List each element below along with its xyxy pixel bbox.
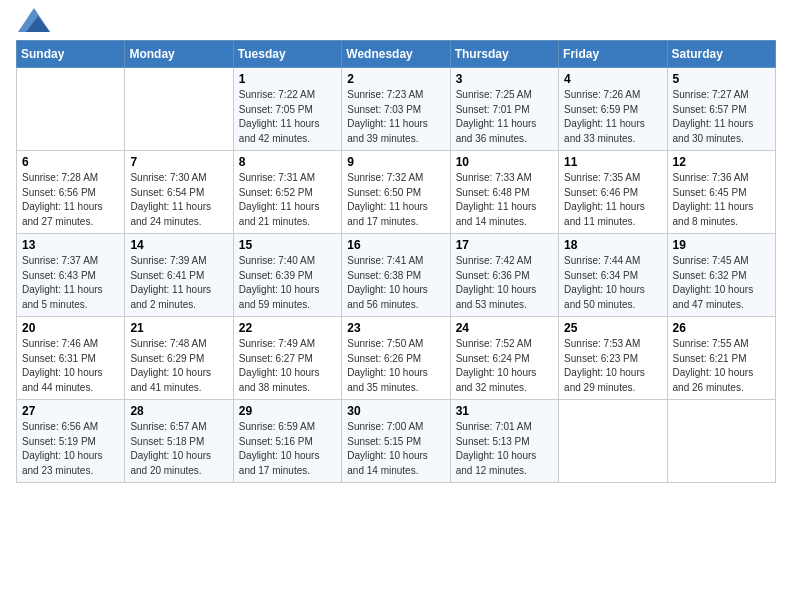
- calendar-header-row: SundayMondayTuesdayWednesdayThursdayFrid…: [17, 41, 776, 68]
- column-header-thursday: Thursday: [450, 41, 558, 68]
- calendar-cell: 10Sunrise: 7:33 AM Sunset: 6:48 PM Dayli…: [450, 151, 558, 234]
- calendar-cell: 5Sunrise: 7:27 AM Sunset: 6:57 PM Daylig…: [667, 68, 775, 151]
- calendar-week-3: 13Sunrise: 7:37 AM Sunset: 6:43 PM Dayli…: [17, 234, 776, 317]
- calendar-cell: 20Sunrise: 7:46 AM Sunset: 6:31 PM Dayli…: [17, 317, 125, 400]
- calendar-cell: 30Sunrise: 7:00 AM Sunset: 5:15 PM Dayli…: [342, 400, 450, 483]
- calendar-cell: 11Sunrise: 7:35 AM Sunset: 6:46 PM Dayli…: [559, 151, 667, 234]
- calendar-cell: 22Sunrise: 7:49 AM Sunset: 6:27 PM Dayli…: [233, 317, 341, 400]
- logo: [16, 16, 50, 32]
- calendar-cell: 14Sunrise: 7:39 AM Sunset: 6:41 PM Dayli…: [125, 234, 233, 317]
- day-number: 18: [564, 238, 661, 252]
- logo-icon: [18, 8, 50, 32]
- day-info: Sunrise: 7:37 AM Sunset: 6:43 PM Dayligh…: [22, 254, 119, 312]
- calendar-cell: 1Sunrise: 7:22 AM Sunset: 7:05 PM Daylig…: [233, 68, 341, 151]
- day-info: Sunrise: 7:39 AM Sunset: 6:41 PM Dayligh…: [130, 254, 227, 312]
- calendar-cell: 13Sunrise: 7:37 AM Sunset: 6:43 PM Dayli…: [17, 234, 125, 317]
- day-number: 14: [130, 238, 227, 252]
- day-info: Sunrise: 7:25 AM Sunset: 7:01 PM Dayligh…: [456, 88, 553, 146]
- day-info: Sunrise: 7:48 AM Sunset: 6:29 PM Dayligh…: [130, 337, 227, 395]
- column-header-wednesday: Wednesday: [342, 41, 450, 68]
- day-number: 29: [239, 404, 336, 418]
- calendar-cell: 16Sunrise: 7:41 AM Sunset: 6:38 PM Dayli…: [342, 234, 450, 317]
- calendar-cell: [559, 400, 667, 483]
- column-header-tuesday: Tuesday: [233, 41, 341, 68]
- column-header-monday: Monday: [125, 41, 233, 68]
- day-number: 16: [347, 238, 444, 252]
- calendar-cell: [17, 68, 125, 151]
- day-info: Sunrise: 7:31 AM Sunset: 6:52 PM Dayligh…: [239, 171, 336, 229]
- day-info: Sunrise: 7:44 AM Sunset: 6:34 PM Dayligh…: [564, 254, 661, 312]
- day-number: 8: [239, 155, 336, 169]
- calendar-week-1: 1Sunrise: 7:22 AM Sunset: 7:05 PM Daylig…: [17, 68, 776, 151]
- day-info: Sunrise: 7:52 AM Sunset: 6:24 PM Dayligh…: [456, 337, 553, 395]
- day-info: Sunrise: 7:28 AM Sunset: 6:56 PM Dayligh…: [22, 171, 119, 229]
- day-number: 27: [22, 404, 119, 418]
- calendar-table: SundayMondayTuesdayWednesdayThursdayFrid…: [16, 40, 776, 483]
- day-info: Sunrise: 7:30 AM Sunset: 6:54 PM Dayligh…: [130, 171, 227, 229]
- day-info: Sunrise: 7:23 AM Sunset: 7:03 PM Dayligh…: [347, 88, 444, 146]
- day-number: 1: [239, 72, 336, 86]
- day-info: Sunrise: 7:01 AM Sunset: 5:13 PM Dayligh…: [456, 420, 553, 478]
- day-info: Sunrise: 7:49 AM Sunset: 6:27 PM Dayligh…: [239, 337, 336, 395]
- calendar-cell: 23Sunrise: 7:50 AM Sunset: 6:26 PM Dayli…: [342, 317, 450, 400]
- day-info: Sunrise: 7:53 AM Sunset: 6:23 PM Dayligh…: [564, 337, 661, 395]
- calendar-cell: 4Sunrise: 7:26 AM Sunset: 6:59 PM Daylig…: [559, 68, 667, 151]
- day-info: Sunrise: 6:56 AM Sunset: 5:19 PM Dayligh…: [22, 420, 119, 478]
- day-number: 20: [22, 321, 119, 335]
- calendar-cell: 26Sunrise: 7:55 AM Sunset: 6:21 PM Dayli…: [667, 317, 775, 400]
- day-number: 23: [347, 321, 444, 335]
- day-info: Sunrise: 7:26 AM Sunset: 6:59 PM Dayligh…: [564, 88, 661, 146]
- calendar-cell: 19Sunrise: 7:45 AM Sunset: 6:32 PM Dayli…: [667, 234, 775, 317]
- calendar-cell: 25Sunrise: 7:53 AM Sunset: 6:23 PM Dayli…: [559, 317, 667, 400]
- day-info: Sunrise: 6:59 AM Sunset: 5:16 PM Dayligh…: [239, 420, 336, 478]
- day-number: 10: [456, 155, 553, 169]
- day-number: 19: [673, 238, 770, 252]
- calendar-cell: 27Sunrise: 6:56 AM Sunset: 5:19 PM Dayli…: [17, 400, 125, 483]
- day-number: 26: [673, 321, 770, 335]
- calendar-cell: 6Sunrise: 7:28 AM Sunset: 6:56 PM Daylig…: [17, 151, 125, 234]
- day-number: 30: [347, 404, 444, 418]
- day-number: 6: [22, 155, 119, 169]
- day-number: 11: [564, 155, 661, 169]
- calendar-cell: 12Sunrise: 7:36 AM Sunset: 6:45 PM Dayli…: [667, 151, 775, 234]
- calendar-week-5: 27Sunrise: 6:56 AM Sunset: 5:19 PM Dayli…: [17, 400, 776, 483]
- calendar-cell: 24Sunrise: 7:52 AM Sunset: 6:24 PM Dayli…: [450, 317, 558, 400]
- day-number: 4: [564, 72, 661, 86]
- calendar-cell: 15Sunrise: 7:40 AM Sunset: 6:39 PM Dayli…: [233, 234, 341, 317]
- calendar-cell: 29Sunrise: 6:59 AM Sunset: 5:16 PM Dayli…: [233, 400, 341, 483]
- calendar-cell: 2Sunrise: 7:23 AM Sunset: 7:03 PM Daylig…: [342, 68, 450, 151]
- day-info: Sunrise: 7:36 AM Sunset: 6:45 PM Dayligh…: [673, 171, 770, 229]
- calendar-cell: 3Sunrise: 7:25 AM Sunset: 7:01 PM Daylig…: [450, 68, 558, 151]
- calendar-cell: 8Sunrise: 7:31 AM Sunset: 6:52 PM Daylig…: [233, 151, 341, 234]
- day-info: Sunrise: 6:57 AM Sunset: 5:18 PM Dayligh…: [130, 420, 227, 478]
- calendar-cell: 21Sunrise: 7:48 AM Sunset: 6:29 PM Dayli…: [125, 317, 233, 400]
- calendar-cell: [125, 68, 233, 151]
- day-number: 5: [673, 72, 770, 86]
- calendar-week-2: 6Sunrise: 7:28 AM Sunset: 6:56 PM Daylig…: [17, 151, 776, 234]
- day-number: 15: [239, 238, 336, 252]
- day-number: 12: [673, 155, 770, 169]
- day-number: 25: [564, 321, 661, 335]
- page-header: [16, 16, 776, 32]
- day-info: Sunrise: 7:55 AM Sunset: 6:21 PM Dayligh…: [673, 337, 770, 395]
- calendar-cell: 17Sunrise: 7:42 AM Sunset: 6:36 PM Dayli…: [450, 234, 558, 317]
- day-number: 13: [22, 238, 119, 252]
- day-number: 17: [456, 238, 553, 252]
- day-info: Sunrise: 7:35 AM Sunset: 6:46 PM Dayligh…: [564, 171, 661, 229]
- day-number: 21: [130, 321, 227, 335]
- calendar-week-4: 20Sunrise: 7:46 AM Sunset: 6:31 PM Dayli…: [17, 317, 776, 400]
- day-info: Sunrise: 7:22 AM Sunset: 7:05 PM Dayligh…: [239, 88, 336, 146]
- day-number: 9: [347, 155, 444, 169]
- day-info: Sunrise: 7:46 AM Sunset: 6:31 PM Dayligh…: [22, 337, 119, 395]
- day-number: 24: [456, 321, 553, 335]
- day-info: Sunrise: 7:27 AM Sunset: 6:57 PM Dayligh…: [673, 88, 770, 146]
- column-header-sunday: Sunday: [17, 41, 125, 68]
- day-info: Sunrise: 7:42 AM Sunset: 6:36 PM Dayligh…: [456, 254, 553, 312]
- day-info: Sunrise: 7:33 AM Sunset: 6:48 PM Dayligh…: [456, 171, 553, 229]
- day-info: Sunrise: 7:45 AM Sunset: 6:32 PM Dayligh…: [673, 254, 770, 312]
- day-number: 28: [130, 404, 227, 418]
- day-info: Sunrise: 7:40 AM Sunset: 6:39 PM Dayligh…: [239, 254, 336, 312]
- day-number: 2: [347, 72, 444, 86]
- calendar-cell: 9Sunrise: 7:32 AM Sunset: 6:50 PM Daylig…: [342, 151, 450, 234]
- day-info: Sunrise: 7:32 AM Sunset: 6:50 PM Dayligh…: [347, 171, 444, 229]
